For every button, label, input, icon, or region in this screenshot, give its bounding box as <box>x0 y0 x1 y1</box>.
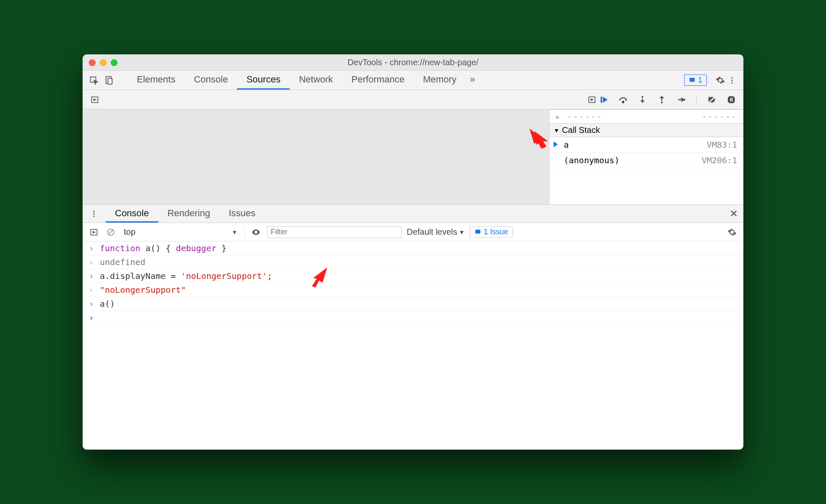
console-code: a() <box>100 299 115 309</box>
log-levels-select[interactable]: Default levels ▼ <box>407 227 465 237</box>
show-debugger-icon[interactable] <box>586 94 598 106</box>
tab-console[interactable]: Console <box>185 71 237 90</box>
tab-memory[interactable]: Memory <box>414 71 466 90</box>
console-settings-icon[interactable] <box>726 226 738 238</box>
stack-frame-0[interactable]: a VM83:1 <box>549 137 743 153</box>
svg-point-6 <box>731 82 733 83</box>
callstack-header[interactable]: ▼ Call Stack <box>549 124 743 137</box>
svg-point-11 <box>642 96 643 98</box>
execution-context-select[interactable]: top ▼ <box>122 226 240 238</box>
kebab-menu-icon[interactable] <box>726 74 738 86</box>
console-sidebar-toggle-icon[interactable] <box>88 226 100 238</box>
issues-badge[interactable]: 1 <box>684 74 707 86</box>
resume-icon[interactable] <box>598 94 610 106</box>
prompt-chevron-icon <box>87 313 96 323</box>
stack-frame-1[interactable]: (anonymous) VM206:1 <box>549 153 743 168</box>
svg-point-18 <box>93 213 94 214</box>
debugger-sidebar: ▸ ------------ ▼ Call Stack a VM83:1 (an… <box>549 109 743 204</box>
callstack-label: Call Stack <box>562 125 600 135</box>
drawer-tabs: Console Rendering Issues ✕ <box>83 204 743 223</box>
device-toggle-icon[interactable] <box>103 74 115 86</box>
step-out-icon[interactable] <box>656 94 668 106</box>
svg-point-17 <box>93 211 94 212</box>
tab-network[interactable]: Network <box>290 71 342 90</box>
clear-console-icon[interactable] <box>105 226 117 238</box>
drawer-tab-rendering[interactable]: Rendering <box>158 205 220 223</box>
more-tabs-icon[interactable]: » <box>466 71 479 90</box>
issues-button[interactable]: 1 Issue <box>470 226 513 238</box>
tab-elements[interactable]: Elements <box>128 71 185 90</box>
sources-toolbar <box>83 90 743 109</box>
drawer-tab-issues[interactable]: Issues <box>219 205 265 223</box>
inspect-element-icon[interactable] <box>88 74 100 86</box>
deactivate-breakpoints-icon[interactable] <box>706 94 718 106</box>
step-over-icon[interactable] <box>617 94 629 106</box>
step-icon[interactable] <box>675 94 687 106</box>
stack-frame-1-loc: VM206:1 <box>702 155 737 165</box>
svg-rect-24 <box>475 230 480 233</box>
console-body[interactable]: function a() { debugger }undefineda.disp… <box>83 241 743 449</box>
window-title: DevTools - chrome://new-tab-page/ <box>83 58 743 67</box>
filter-input[interactable] <box>267 226 402 238</box>
tab-sources[interactable]: Sources <box>237 71 290 90</box>
console-code: a.displayName = 'noLongerSupport'; <box>100 271 272 281</box>
svg-point-10 <box>622 101 624 103</box>
live-expression-icon[interactable] <box>250 226 262 238</box>
settings-icon[interactable] <box>714 74 726 86</box>
tab-performance[interactable]: Performance <box>342 71 414 90</box>
svg-rect-16 <box>732 98 733 101</box>
drawer-menu-icon[interactable] <box>88 208 100 220</box>
console-row[interactable]: a.displayName = 'noLongerSupport'; <box>83 269 743 283</box>
context-value: top <box>124 227 136 237</box>
console-code: function a() { debugger } <box>100 243 226 253</box>
input-chevron-icon <box>87 299 96 309</box>
pause-exceptions-icon[interactable] <box>725 94 737 106</box>
svg-point-12 <box>661 101 663 103</box>
console-code: "noLongerSupport" <box>100 285 186 295</box>
issues-count: 1 <box>698 76 702 85</box>
sources-main-split: ▸ ------------ ▼ Call Stack a VM83:1 (an… <box>83 109 743 204</box>
drawer-close-icon[interactable]: ✕ <box>730 208 738 220</box>
svg-point-5 <box>731 80 733 81</box>
step-into-icon[interactable] <box>637 94 648 106</box>
input-chevron-icon <box>87 243 96 253</box>
console-toolbar: top ▼ Default levels ▼ 1 Issue <box>83 223 743 241</box>
input-chevron-icon <box>87 271 96 281</box>
svg-rect-9 <box>601 96 602 103</box>
editor-pane <box>83 109 549 204</box>
annotation-arrow-1 <box>527 126 551 150</box>
levels-label: Default levels <box>407 227 457 237</box>
main-tabs-bar: Elements Console Sources Network Perform… <box>83 71 743 90</box>
svg-point-23 <box>255 231 257 233</box>
svg-point-4 <box>731 77 733 78</box>
svg-rect-3 <box>690 78 695 82</box>
drawer-tab-console[interactable]: Console <box>106 205 158 223</box>
show-navigator-icon[interactable] <box>89 94 101 106</box>
console-row[interactable]: "noLongerSupport" <box>83 283 743 297</box>
output-chevron-icon <box>87 257 96 267</box>
svg-point-19 <box>93 215 94 217</box>
titlebar: DevTools - chrome://new-tab-page/ <box>83 55 743 71</box>
stack-frame-0-name: a <box>564 140 569 150</box>
scope-row-truncated[interactable]: ▸ ------------ <box>549 109 743 124</box>
output-chevron-icon <box>87 285 96 295</box>
svg-line-22 <box>109 230 113 234</box>
svg-point-13 <box>683 98 685 101</box>
stack-frame-1-name: (anonymous) <box>564 155 619 165</box>
console-row[interactable]: a() <box>83 297 743 311</box>
svg-rect-15 <box>730 98 731 101</box>
stack-frame-0-loc: VM83:1 <box>707 140 737 150</box>
console-code: undefined <box>100 257 145 267</box>
debug-controls <box>598 94 737 106</box>
console-row[interactable] <box>83 311 743 325</box>
devtools-window: DevTools - chrome://new-tab-page/ Elemen… <box>83 54 743 450</box>
console-row[interactable]: function a() { debugger } <box>83 241 743 255</box>
annotation-arrow-2 <box>306 265 330 289</box>
issues-button-label: 1 Issue <box>484 228 508 236</box>
svg-rect-2 <box>108 78 112 84</box>
console-row[interactable]: undefined <box>83 255 743 269</box>
